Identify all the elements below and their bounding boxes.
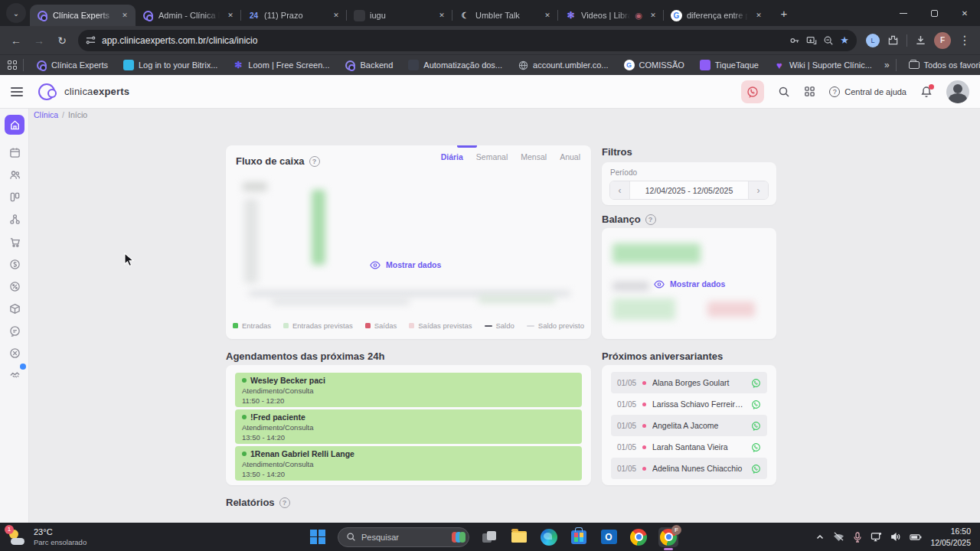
bookmark-umbler-account[interactable]: account.umbler.co... xyxy=(511,57,614,73)
tab-google-search[interactable]: G diferença entre perc ✕ xyxy=(664,5,769,26)
microsoft-store-button[interactable] xyxy=(569,527,589,547)
cast-display-icon[interactable] xyxy=(871,532,882,542)
cashflow-show-data-button[interactable]: Mostrar dados xyxy=(370,260,441,269)
apps-grid-icon[interactable] xyxy=(804,86,815,97)
tab-videos-library[interactable]: ✻ Videos | Library ◉ ✕ xyxy=(558,5,664,26)
sidebar-item-chat[interactable] xyxy=(5,321,24,341)
tab-prazo[interactable]: 24 (11) Prazo ✕ xyxy=(241,5,347,26)
new-tab-button[interactable]: + xyxy=(774,3,794,23)
whatsapp-button[interactable] xyxy=(741,80,764,103)
sidebar-item-patients[interactable] xyxy=(5,165,24,184)
breadcrumb-clinica-link[interactable]: Clínica xyxy=(34,110,58,119)
period-next-button[interactable]: › xyxy=(748,181,768,199)
downloads-icon[interactable] xyxy=(915,34,926,46)
window-close-button[interactable]: ✕ xyxy=(949,0,980,26)
sidebar-item-kanban[interactable] xyxy=(5,187,24,207)
tab-umbler-talk[interactable]: ☾ Umbler Talk ✕ xyxy=(452,5,558,26)
tab-share-icon[interactable] xyxy=(806,35,817,46)
whatsapp-send-icon[interactable] xyxy=(751,442,761,452)
back-button[interactable]: ← xyxy=(6,31,26,51)
cashflow-help-icon[interactable]: ? xyxy=(309,156,320,167)
whatsapp-send-icon[interactable] xyxy=(751,421,761,431)
sidebar-item-stock[interactable] xyxy=(5,298,24,318)
whatsapp-send-icon[interactable] xyxy=(751,464,761,474)
tab-iugu[interactable]: iugu ✕ xyxy=(347,5,452,26)
sidebar-item-discounts[interactable] xyxy=(5,276,24,296)
browser-profile-avatar[interactable]: F xyxy=(934,32,951,49)
tab-close-icon[interactable]: ✕ xyxy=(753,9,765,21)
bookmarks-overflow-icon[interactable]: » xyxy=(884,60,890,70)
menu-hamburger-icon[interactable] xyxy=(11,87,23,96)
tab-anual[interactable]: Anual xyxy=(560,152,580,161)
notifications-bell-icon[interactable] xyxy=(920,86,933,98)
bookmark-clinica-experts[interactable]: Clínica Experts xyxy=(30,57,114,73)
volume-icon[interactable] xyxy=(890,532,901,542)
file-explorer-button[interactable] xyxy=(509,527,529,547)
tab-close-icon[interactable]: ✕ xyxy=(119,9,131,21)
sidebar-item-finance[interactable] xyxy=(5,254,24,274)
site-settings-icon[interactable] xyxy=(86,35,96,45)
forward-button[interactable]: → xyxy=(29,31,49,51)
tab-semanal[interactable]: Semanal xyxy=(476,152,508,161)
extensions-puzzle-icon[interactable] xyxy=(887,34,899,46)
address-bar[interactable]: app.clinicaexperts.com.br/clinica/inicio… xyxy=(78,30,857,51)
bookmark-star-icon[interactable]: ★ xyxy=(840,34,849,46)
timer-extension-icon[interactable]: L xyxy=(866,34,880,47)
zoom-out-icon[interactable] xyxy=(823,35,834,46)
tab-admin-clinica[interactable]: Admin - Clínica Expe ✕ xyxy=(136,5,241,26)
sidebar-item-blocked[interactable] xyxy=(5,343,24,363)
appointment-item[interactable]: !Fred paciente Atendimento/Consulta 13:5… xyxy=(235,409,582,444)
search-icon[interactable] xyxy=(778,86,790,98)
whatsapp-send-icon[interactable] xyxy=(751,399,761,409)
url-text[interactable]: app.clinicaexperts.com.br/clinica/inicio xyxy=(102,35,783,46)
sidebar-item-agenda[interactable] xyxy=(5,142,24,162)
chrome-button[interactable] xyxy=(629,527,648,547)
period-value[interactable]: 12/04/2025 - 12/05/2025 xyxy=(630,186,748,195)
taskbar-clock[interactable]: 16:50 12/05/2025 xyxy=(930,526,971,547)
taskbar-search-box[interactable]: Pesquisar xyxy=(338,527,469,547)
chrome-profile-button-active[interactable]: F xyxy=(658,527,678,547)
password-key-icon[interactable] xyxy=(789,35,800,46)
browser-menu-kebab-icon[interactable]: ⋮ xyxy=(959,33,971,47)
tab-close-icon[interactable]: ✕ xyxy=(224,9,237,21)
balance-help-icon[interactable]: ? xyxy=(645,214,656,225)
sidebar-item-shop[interactable] xyxy=(5,232,24,252)
tab-search-chevron-icon[interactable]: ⌄ xyxy=(6,3,26,23)
whatsapp-send-icon[interactable] xyxy=(751,378,761,388)
tab-close-icon[interactable]: ✕ xyxy=(436,9,448,21)
tab-mensal[interactable]: Mensal xyxy=(521,152,547,161)
appointment-item[interactable]: 1Renan Gabriel Relli Lange Atendimento/C… xyxy=(235,446,582,481)
sidebar-item-partnerships[interactable] xyxy=(5,365,24,385)
period-prev-button[interactable]: ‹ xyxy=(610,181,630,199)
battery-icon[interactable] xyxy=(910,533,922,541)
user-avatar[interactable] xyxy=(946,80,969,103)
apps-shortcut-icon[interactable] xyxy=(8,60,17,70)
help-center-button[interactable]: ? Central de ajuda xyxy=(829,86,906,97)
bookmark-bitrix-login[interactable]: Log in to your Bitrix... xyxy=(117,57,224,73)
bookmark-comissao[interactable]: G COMISSÃO xyxy=(618,57,691,73)
window-minimize-button[interactable] xyxy=(888,0,919,26)
tab-clinica-experts[interactable]: Clínica Experts ✕ xyxy=(30,5,136,26)
weather-widget[interactable]: 1 23°C Parc ensolarado xyxy=(0,527,230,546)
reload-button[interactable]: ↻ xyxy=(52,31,72,51)
bookmark-loom[interactable]: ✻ Loom | Free Screen... xyxy=(227,57,335,73)
edge-button[interactable] xyxy=(539,527,559,547)
tab-close-icon[interactable]: ✕ xyxy=(330,9,342,21)
window-maximize-button[interactable] xyxy=(919,0,949,26)
clinicaexperts-logo-icon[interactable] xyxy=(38,83,55,100)
tab-close-icon[interactable]: ✕ xyxy=(647,9,659,21)
outlook-button[interactable]: O xyxy=(599,527,619,547)
sidebar-item-home[interactable] xyxy=(5,115,24,135)
microphone-icon[interactable] xyxy=(853,532,862,543)
start-button[interactable] xyxy=(308,527,328,547)
task-view-button[interactable] xyxy=(479,527,499,547)
appointment-item[interactable]: Wesley Becker paci Atendimento/Consulta … xyxy=(235,373,582,407)
all-favorites-button[interactable]: Todos os favoritos xyxy=(903,57,980,73)
bookmark-backend[interactable]: Backend xyxy=(339,57,400,73)
balance-show-data-button[interactable]: Mostrar dados xyxy=(654,279,725,289)
tab-close-icon[interactable]: ✕ xyxy=(541,9,554,21)
tab-diaria[interactable]: Diária xyxy=(441,152,463,161)
sidebar-item-connections[interactable] xyxy=(5,209,24,229)
network-icon[interactable] xyxy=(833,532,844,542)
bookmark-automatizacao[interactable]: Automatização dos... xyxy=(402,57,508,73)
